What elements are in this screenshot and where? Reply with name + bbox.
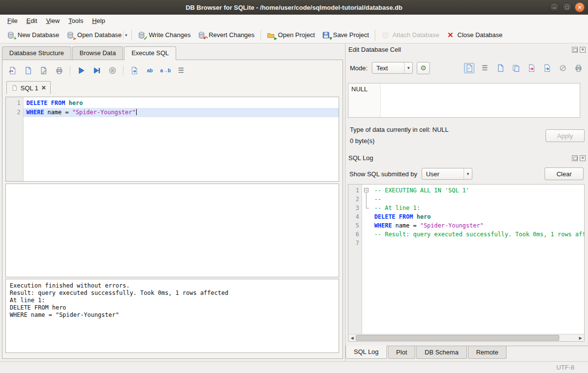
apply-button[interactable]: Apply — [546, 129, 585, 142]
editor-line-numbers: 12 — [6, 97, 23, 181]
open-project-button[interactable]: ▸ Open Project — [264, 29, 319, 41]
tab-browse-data[interactable]: Browse Data — [72, 46, 123, 60]
import-text-icon[interactable] — [495, 63, 506, 73]
open-query-new-tab-icon[interactable] — [129, 65, 139, 75]
export-text-icon[interactable] — [527, 63, 537, 73]
save-sql-file-icon[interactable] — [23, 65, 33, 75]
write-changes-icon: ✓ — [138, 31, 146, 39]
sql-log-filter-row: Show SQL submitted by User ▼ Clear — [349, 167, 584, 181]
log-filter-value: User — [426, 170, 464, 178]
sql-editor-toolbar: ab a→b ☰ — [7, 63, 339, 77]
text-mode-icon[interactable] — [464, 63, 474, 73]
gear-icon: ⚙ — [420, 64, 426, 72]
attach-database-label: Attach Database — [392, 31, 439, 39]
sql-tab-bar: SQL 1 ✕ — [6, 81, 51, 94]
tab-execute-sql[interactable]: Execute SQL — [124, 46, 176, 60]
open-sql-file-icon[interactable] — [7, 65, 17, 75]
cell-editor-icons: ☰ — [464, 63, 584, 73]
set-null-icon[interactable] — [558, 63, 568, 73]
tab-database-structure[interactable]: Database Structure — [2, 46, 71, 60]
close-tab-icon[interactable]: ✕ — [41, 84, 46, 91]
word-wrap-cell-icon[interactable]: ☰ — [480, 63, 490, 73]
dock-tab-plot[interactable]: Plot — [388, 346, 415, 359]
cell-value-editor[interactable]: NULL — [348, 83, 580, 118]
menubar: File Edit View Tools Help — [0, 15, 588, 27]
dock-tab-db-schema[interactable]: DB Schema — [416, 346, 466, 359]
toolbar-separator — [70, 65, 70, 75]
chevron-down-icon: ▼ — [404, 62, 412, 73]
close-button[interactable]: ✕ — [575, 2, 585, 12]
stop-execution-icon[interactable] — [107, 65, 117, 75]
sql-editor[interactable]: 12 DELETE FROM heroWHERE name = "Spider-… — [5, 97, 339, 182]
execute-current-line-icon[interactable] — [92, 65, 101, 75]
clear-log-button[interactable]: Clear — [545, 167, 584, 180]
maximize-button[interactable]: □ — [562, 2, 572, 12]
log-filter-label: Show SQL submitted by — [349, 170, 417, 178]
save-project-label: Save Project — [333, 31, 369, 39]
print-sql-icon[interactable] — [54, 65, 64, 75]
scroll-right-icon[interactable]: ▶ — [577, 334, 584, 341]
copy-cell-icon[interactable] — [511, 63, 521, 73]
new-database-icon: + — [6, 31, 15, 39]
attach-database-button[interactable]: Attach Database — [378, 29, 443, 41]
close-database-button[interactable]: Close Database — [443, 29, 506, 41]
open-database-dropdown[interactable]: ▾ — [123, 31, 129, 40]
edit-cell-panel-title: Edit Database Cell — [348, 46, 401, 53]
open-project-icon: ▸ — [267, 31, 275, 39]
save-sql-as-icon[interactable] — [39, 65, 48, 75]
float-panel-icon[interactable] — [572, 155, 578, 161]
find-replace-icon[interactable]: a→b — [161, 65, 170, 75]
print-cell-icon[interactable] — [573, 63, 584, 73]
attach-database-icon — [381, 31, 389, 39]
titlebar[interactable]: DB Browser for SQLite - /home/user/code/… — [0, 0, 588, 15]
save-project-button[interactable]: ▾ Save Project — [318, 29, 372, 41]
menu-edit[interactable]: Edit — [22, 15, 41, 26]
write-changes-button[interactable]: ✓ Write Changes — [134, 29, 194, 41]
scrollbar-track[interactable] — [356, 334, 577, 341]
menu-file[interactable]: File — [3, 15, 22, 26]
sql-log-panel-title: SQL Log — [348, 154, 373, 162]
editor-code-area[interactable]: DELETE FROM heroWHERE name = "Spider-You… — [23, 97, 339, 181]
sql-tab-label: SQL 1 — [20, 84, 38, 92]
log-horizontal-scrollbar[interactable]: ◀ ▶ — [348, 334, 584, 341]
auto-apply-button[interactable]: ⚙ — [417, 62, 430, 74]
float-panel-icon[interactable] — [572, 47, 578, 53]
log-fold-column[interactable]: − — [362, 185, 371, 341]
save-as-cell-icon[interactable] — [542, 63, 552, 73]
execute-all-icon[interactable] — [76, 65, 86, 75]
menu-help[interactable]: Help — [88, 15, 110, 26]
open-database-icon: ▸ — [66, 31, 74, 39]
close-database-icon — [446, 31, 454, 39]
log-code-area: -- EXECUTING ALL IN 'SQL 1'---- At line … — [371, 185, 584, 341]
sql-log-dock-buttons: ✕ — [572, 155, 586, 161]
sql-query-tab[interactable]: SQL 1 ✕ — [6, 81, 51, 94]
dock-tab-remote[interactable]: Remote — [468, 346, 507, 359]
edit-cell-dock-buttons: ✕ — [572, 47, 586, 53]
scroll-left-icon[interactable]: ◀ — [348, 334, 356, 341]
new-database-button[interactable]: + New Database — [3, 29, 62, 41]
close-database-label: Close Database — [457, 31, 503, 39]
toolbar-separator — [123, 65, 123, 75]
word-wrap-icon[interactable]: ☰ — [176, 65, 186, 75]
close-panel-icon[interactable]: ✕ — [580, 47, 586, 53]
find-icon[interactable]: ab — [145, 65, 155, 75]
close-panel-icon[interactable]: ✕ — [580, 155, 586, 161]
new-database-label: New Database — [18, 31, 59, 39]
revert-changes-button[interactable]: ↶ Revert Changes — [194, 29, 258, 41]
menu-view[interactable]: View — [41, 15, 64, 26]
execute-sql-panel: ab a→b ☰ SQL 1 ✕ 12 DELETE FROM heroWHER… — [2, 60, 343, 359]
revert-changes-icon: ↶ — [198, 31, 206, 39]
chevron-down-icon: ▼ — [464, 168, 472, 179]
query-results-grid[interactable] — [5, 184, 339, 277]
dock-tab-sql-log[interactable]: SQL Log — [345, 346, 387, 359]
menu-tools[interactable]: Tools — [64, 15, 87, 26]
encoding-indicator[interactable]: UTF-8 — [556, 364, 574, 371]
mode-label: Mode: — [350, 64, 367, 72]
scrollbar-thumb[interactable] — [356, 335, 559, 341]
dock-tab-bar: SQL Log Plot DB Schema Remote — [345, 346, 588, 359]
mode-select[interactable]: Text ▼ — [372, 62, 413, 74]
open-database-button[interactable]: ▸ Open Database — [62, 29, 125, 41]
sql-log-view: 1234567 − -- EXECUTING ALL IN 'SQL 1'---… — [348, 184, 585, 342]
minimize-button[interactable]: – — [549, 2, 559, 12]
log-filter-select[interactable]: User ▼ — [422, 168, 472, 180]
